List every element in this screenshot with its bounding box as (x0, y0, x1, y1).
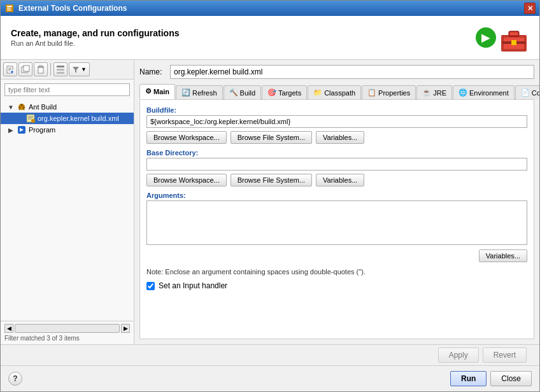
close-button[interactable]: Close (490, 371, 532, 386)
apply-revert-row: Apply Revert (1, 344, 539, 365)
left-panel: ▼ ▼ (1, 60, 134, 344)
checkbox-label: Set an Input handler (159, 281, 227, 290)
tree-item-program[interactable]: ▶ Program (1, 124, 134, 136)
tab-targets-icon: 🎯 (267, 88, 276, 97)
org-kepler-label: org.kepler.kernel build.xml (38, 115, 119, 122)
main-content: ▼ ▼ (1, 60, 539, 344)
tab-common[interactable]: 📄 Common (515, 85, 539, 99)
browse-filesystem-1-button[interactable]: Browse File System... (231, 131, 312, 144)
scroll-left-button[interactable]: ◀ (4, 324, 13, 333)
note-area: Note: Enclose an argument containing spa… (146, 267, 527, 276)
program-icon (17, 125, 26, 134)
window: External Tools Configurations ✕ Create, … (0, 0, 540, 392)
right-panel: Name: ⚙ Main 🔄 Refresh 🔨 Build 🎯 (134, 60, 539, 344)
new-configuration-button[interactable] (3, 62, 17, 76)
buildfile-input[interactable] (146, 115, 527, 128)
note-text: Note: Enclose an argument containing spa… (146, 268, 366, 276)
apply-button[interactable]: Apply (438, 347, 479, 363)
browse-workspace-1-button[interactable]: Browse Workspace... (146, 131, 227, 144)
header-icon-area: ▶ (476, 22, 529, 53)
tab-classpath-icon: 📁 (313, 88, 322, 97)
bottom-bar: ? Run Close (1, 365, 539, 391)
variables-1-button[interactable]: Variables... (316, 131, 364, 144)
ant-build-label: Ant Build (29, 103, 57, 111)
svg-rect-1 (7, 6, 12, 7)
tab-build[interactable]: 🔨 Build (224, 85, 261, 99)
arguments-wrapper (146, 200, 527, 247)
window-icon (4, 3, 15, 13)
name-row: Name: (139, 65, 534, 79)
tab-build-label: Build (240, 89, 255, 97)
buildfile-button-row: Browse Workspace... Browse File System..… (146, 131, 527, 144)
svg-marker-25 (73, 67, 79, 73)
tab-environment[interactable]: 🌐 Environment (453, 85, 515, 99)
scroll-right-button[interactable]: ▶ (121, 324, 130, 333)
variables-3-button[interactable]: Variables... (479, 249, 527, 262)
tab-main-label: Main (153, 88, 169, 95)
tab-build-icon: 🔨 (229, 88, 238, 97)
arguments-label: Arguments: (146, 192, 527, 199)
tab-common-icon: 📄 (521, 88, 530, 97)
input-handler-checkbox[interactable] (146, 282, 155, 290)
tree-item-ant-build[interactable]: ▼ Ant Build (1, 101, 134, 113)
ant-icon (17, 102, 26, 111)
header-title: Create, manage, and run configurations (11, 28, 180, 38)
tab-content-main: Buildfile: Browse Workspace... Browse Fi… (139, 100, 534, 339)
filter-input-area (4, 83, 130, 96)
tab-properties[interactable]: 📋 Properties (362, 85, 416, 99)
revert-button[interactable]: Revert (483, 347, 527, 363)
svg-point-36 (31, 119, 35, 123)
browse-workspace-2-button[interactable]: Browse Workspace... (146, 174, 227, 186)
arguments-textarea[interactable] (146, 200, 527, 245)
name-input[interactable] (170, 65, 534, 79)
tab-refresh-label: Refresh (192, 89, 217, 97)
filter-dropdown-button[interactable]: ▼ (69, 62, 90, 76)
run-button[interactable]: Run (450, 371, 487, 386)
svg-rect-21 (39, 66, 42, 67)
expand-ant-build-icon: ▼ (7, 104, 15, 111)
buildfile-section: Buildfile: Browse Workspace... Browse Fi… (146, 106, 527, 144)
tree-item-org-kepler[interactable]: org.kepler.kernel build.xml (1, 113, 134, 124)
svg-rect-9 (511, 40, 516, 45)
svg-rect-22 (57, 66, 64, 67)
expand-program-icon: ▶ (7, 127, 15, 134)
tab-classpath-label: Classpath (324, 89, 355, 97)
tab-targets-label: Targets (278, 89, 301, 97)
filter-text-input[interactable] (4, 83, 130, 96)
checkbox-row: Set an Input handler (146, 281, 527, 290)
delete-button[interactable] (34, 62, 48, 76)
svg-point-27 (20, 104, 23, 106)
tab-classpath[interactable]: 📁 Classpath (308, 85, 361, 99)
browse-filesystem-2-button[interactable]: Browse File System... (231, 174, 312, 186)
basedir-button-row: Browse Workspace... Browse File System..… (146, 174, 527, 186)
basedir-label: Base Directory: (146, 149, 527, 157)
tree-area: ▼ Ant Build (1, 100, 134, 321)
collapse-all-button[interactable] (53, 62, 68, 76)
left-toolbar: ▼ (1, 60, 134, 80)
basedir-input[interactable] (146, 158, 527, 171)
window-close-button[interactable]: ✕ (524, 3, 536, 14)
variables-2-button[interactable]: Variables... (316, 174, 364, 186)
build-xml-icon (26, 114, 35, 123)
tab-main-icon: ⚙ (145, 87, 152, 95)
title-bar: External Tools Configurations ✕ (1, 1, 539, 16)
tabs-bar: ⚙ Main 🔄 Refresh 🔨 Build 🎯 Targets 📁 (139, 84, 534, 100)
tab-properties-icon: 📋 (367, 88, 376, 97)
tab-main[interactable]: ⚙ Main (139, 84, 175, 99)
header-subtitle: Run an Ant build file. (11, 39, 180, 47)
svg-rect-19 (38, 67, 43, 73)
tab-environment-label: Environment (469, 89, 509, 97)
arguments-section: Arguments: Variables... (146, 192, 527, 262)
tab-refresh[interactable]: 🔄 Refresh (176, 85, 223, 99)
h-scrollbar-track[interactable] (15, 324, 120, 333)
tab-jre-label: JRE (433, 89, 446, 97)
tab-jre[interactable]: ☕ JRE (416, 85, 452, 99)
help-button[interactable]: ? (8, 372, 22, 386)
basedir-section: Base Directory: Browse Workspace... Brow… (146, 149, 527, 186)
program-label: Program (29, 126, 55, 134)
duplicate-button[interactable] (18, 62, 32, 76)
svg-rect-2 (7, 8, 11, 9)
tab-targets[interactable]: 🎯 Targets (262, 85, 307, 99)
svg-rect-24 (57, 72, 64, 74)
svg-rect-3 (7, 10, 11, 11)
